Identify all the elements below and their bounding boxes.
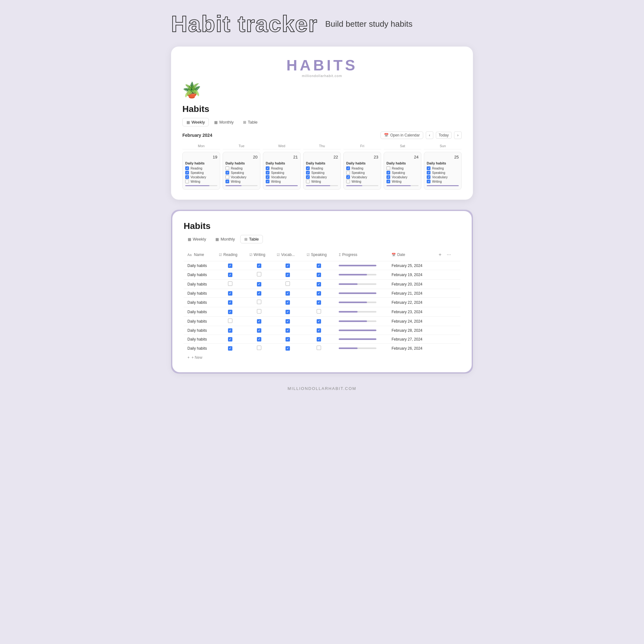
- writing-checkbox[interactable]: [257, 319, 261, 324]
- more-options-button[interactable]: ···: [445, 251, 452, 258]
- day-progress-fill: [306, 185, 330, 186]
- writing-checkbox[interactable]: [257, 291, 261, 296]
- row-progress: [335, 270, 388, 280]
- progress-fill: [339, 283, 358, 285]
- reading-checkbox[interactable]: [228, 319, 232, 323]
- row-reading: [215, 335, 245, 344]
- vocabulary-checkbox[interactable]: [185, 175, 189, 179]
- reading-checkbox[interactable]: [228, 328, 232, 333]
- reading-checkbox[interactable]: [306, 166, 310, 170]
- reading-checkbox[interactable]: [228, 300, 232, 305]
- vocab-checkbox[interactable]: [286, 273, 290, 277]
- cal-date-21: 21: [266, 155, 298, 159]
- reading-checkbox[interactable]: [225, 166, 229, 170]
- writing-checkbox[interactable]: [225, 180, 229, 183]
- vocab-checkbox[interactable]: [286, 346, 290, 351]
- tab-table[interactable]: ⊞ Table: [239, 118, 262, 126]
- writing-checkbox[interactable]: [185, 180, 189, 183]
- speaking-checkbox[interactable]: [386, 171, 390, 175]
- row-speaking: [303, 307, 335, 317]
- row-name: Daily habits: [184, 298, 215, 307]
- reading-checkbox[interactable]: [228, 273, 232, 277]
- speaking-checkbox[interactable]: [317, 319, 321, 324]
- reading-checkbox[interactable]: [228, 310, 232, 314]
- vocabulary-checkbox[interactable]: [386, 175, 390, 179]
- speaking-checkbox[interactable]: [317, 346, 321, 350]
- reading-checkbox[interactable]: [228, 337, 232, 341]
- reading-checkbox[interactable]: [427, 166, 430, 170]
- speaking-checkbox[interactable]: [225, 171, 229, 175]
- speaking-checkbox[interactable]: [346, 171, 350, 175]
- vocab-checkbox[interactable]: [286, 319, 290, 324]
- writing-checkbox[interactable]: [257, 282, 261, 286]
- add-column-button[interactable]: +: [436, 251, 444, 258]
- reading-checkbox[interactable]: [185, 166, 189, 170]
- calendar-month: February 2024: [182, 133, 212, 138]
- writing-checkbox[interactable]: [257, 264, 261, 268]
- speaking-checkbox[interactable]: [317, 309, 321, 314]
- writing-checkbox[interactable]: [257, 309, 261, 314]
- habit-item: Speaking: [185, 171, 217, 175]
- day-header-thu: Thu: [303, 143, 341, 149]
- vocab-checkbox[interactable]: [286, 310, 290, 314]
- today-button[interactable]: Today: [436, 132, 452, 139]
- calendar-day-19: 19 Daily habits Reading Speaking Vocabul…: [182, 152, 220, 190]
- vocabulary-checkbox[interactable]: [306, 175, 310, 179]
- speaking-checkbox[interactable]: [317, 328, 321, 333]
- vocabulary-checkbox[interactable]: [266, 175, 269, 179]
- speaking-checkbox[interactable]: [185, 171, 189, 175]
- cal-date-25: 25: [427, 155, 459, 159]
- vocabulary-checkbox[interactable]: [225, 175, 229, 179]
- next-week-button[interactable]: ›: [454, 131, 462, 139]
- vocab-checkbox[interactable]: [286, 264, 290, 268]
- speaking-checkbox[interactable]: [266, 171, 269, 175]
- speaking-checkbox[interactable]: [427, 171, 430, 175]
- table-card-wrapper: Habits ▦ Weekly ▦ Monthly ⊞ Table Aa Nam…: [171, 210, 473, 374]
- tab-table-bottom[interactable]: ⊞ Table: [240, 235, 263, 243]
- prev-week-button[interactable]: ‹: [426, 131, 433, 139]
- reading-checkbox[interactable]: [228, 281, 232, 286]
- vocab-checkbox[interactable]: [286, 291, 290, 296]
- day-card-title: Daily habits: [225, 161, 258, 165]
- writing-checkbox[interactable]: [257, 346, 261, 350]
- speaking-checkbox[interactable]: [306, 171, 310, 175]
- reading-checkbox[interactable]: [228, 264, 232, 268]
- vocab-checkbox[interactable]: [286, 337, 290, 341]
- speaking-checkbox[interactable]: [317, 291, 321, 296]
- reading-checkbox[interactable]: [346, 166, 350, 170]
- day-progress-fill: [427, 185, 459, 186]
- vocab-checkbox[interactable]: [286, 281, 290, 286]
- reading-checkbox[interactable]: [386, 166, 390, 170]
- writing-checkbox[interactable]: [266, 180, 269, 183]
- writing-checkbox[interactable]: [257, 272, 261, 276]
- row-extra: [432, 335, 460, 344]
- writing-checkbox[interactable]: [386, 180, 390, 183]
- tab-weekly-bottom[interactable]: ▦ Weekly: [184, 235, 210, 243]
- writing-checkbox[interactable]: [257, 300, 261, 304]
- writing-checkbox[interactable]: [257, 328, 261, 333]
- vocabulary-checkbox[interactable]: [346, 175, 350, 179]
- vocab-checkbox[interactable]: [286, 300, 290, 305]
- speaking-checkbox[interactable]: [317, 300, 321, 305]
- tab-monthly[interactable]: ▦ Monthly: [210, 118, 238, 126]
- tab-weekly[interactable]: ▦ Weekly: [182, 118, 209, 126]
- writing-checkbox[interactable]: [427, 180, 430, 183]
- table-row: Daily habits February 26, 2024: [184, 344, 460, 353]
- speaking-checkbox[interactable]: [317, 337, 321, 341]
- reading-checkbox[interactable]: [228, 291, 232, 296]
- speaking-checkbox[interactable]: [317, 282, 321, 286]
- open-calendar-button[interactable]: 📅 Open in Calendar: [380, 131, 423, 139]
- writing-checkbox[interactable]: [257, 337, 261, 341]
- tab-monthly-bottom[interactable]: ▦ Monthly: [211, 235, 239, 243]
- day-progress-fill: [346, 185, 362, 186]
- speaking-checkbox[interactable]: [317, 273, 321, 277]
- vocabulary-checkbox[interactable]: [427, 175, 430, 179]
- writing-checkbox[interactable]: [306, 180, 310, 183]
- reading-checkbox[interactable]: [228, 346, 232, 351]
- vocab-checkbox[interactable]: [286, 328, 290, 333]
- reading-checkbox[interactable]: [266, 166, 269, 170]
- speaking-checkbox[interactable]: [317, 264, 321, 268]
- add-new-row[interactable]: + + New: [184, 353, 460, 362]
- writing-checkbox[interactable]: [346, 180, 350, 183]
- row-name: Daily habits: [184, 289, 215, 298]
